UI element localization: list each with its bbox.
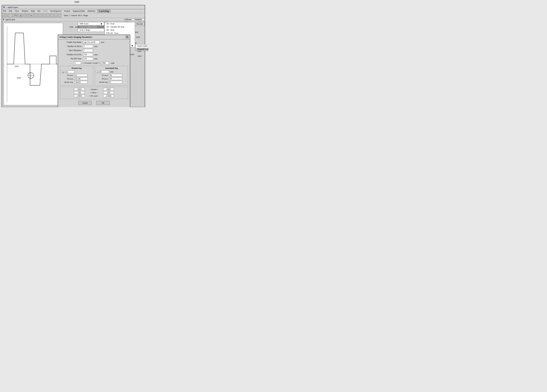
- assoc-tr-row: TR (ms):: [96, 77, 127, 80]
- dialog-title: Setting Combo Imaging Parameters: [59, 36, 92, 38]
- toolbar-btn-grid6[interactable]: [54, 14, 57, 17]
- samples-left-input[interactable]: [74, 88, 85, 91]
- app-icon: ⚙: [3, 6, 5, 9]
- rescale-label: Rescale:: [137, 23, 143, 25]
- menu-2d-scan[interactable]: 2D - Scan: [105, 22, 135, 25]
- seq-container: Present Seq TE (ms): TR (ms): 180 RF Fli…: [60, 66, 128, 86]
- assoc-tr-label: TR (ms):: [96, 78, 109, 80]
- ro-label: = RO_mult =: [86, 95, 102, 97]
- levels-right-input[interactable]: [101, 62, 109, 65]
- menu-3d-scan[interactable]: 3D - Scan: [105, 28, 135, 32]
- assoc-seq-name-row: 1060: [96, 71, 127, 73]
- offset-row: = Offset =: [62, 91, 126, 94]
- ro-right-input[interactable]: [103, 94, 114, 97]
- toolbar-btn-grid5[interactable]: [50, 14, 53, 17]
- rfa-label: Rf/A: [78, 14, 82, 17]
- assoc-te-input[interactable]: [109, 74, 122, 77]
- samples-row: = Samples =: [62, 88, 126, 91]
- tailor-label: Tailor: [64, 14, 68, 17]
- toolbar-btn-save[interactable]: 💾: [13, 14, 18, 17]
- dialog-close-btn[interactable]: ✕: [126, 36, 129, 39]
- menu-file[interactable]: File: [3, 10, 7, 13]
- samples-right-input[interactable]: [103, 88, 114, 91]
- toolbar-btn-open[interactable]: 📂: [8, 14, 13, 17]
- ro-left-input[interactable]: [74, 94, 85, 97]
- file-label: zgei2cr.gwa: [6, 18, 15, 21]
- present-seq-panel: Present Seq TE (ms): TR (ms): 180 RF Fli…: [60, 66, 93, 86]
- offset-right-input[interactable]: [103, 91, 114, 94]
- slice-thickness-input[interactable]: [83, 49, 93, 52]
- deltaon-row: DeltaOn: [135, 18, 144, 21]
- present-seq-title: Present Seq: [61, 67, 92, 69]
- menu-seqtailor[interactable]: SequenceTailor: [72, 10, 85, 13]
- menu-pen[interactable]: Pen: [37, 10, 41, 13]
- menu-scansettings[interactable]: ScanSettings: [97, 10, 110, 13]
- toolbar-btn-grid7[interactable]: [58, 14, 61, 17]
- present-te-label: TE (ms):: [61, 74, 74, 76]
- ref-1052: 1052: [14, 65, 19, 68]
- menu-deltasize[interactable]: DeltaSize: [87, 10, 96, 13]
- menu-scan-shape[interactable]: Scan a Shape: [78, 28, 104, 32]
- present-tr-input[interactable]: [74, 77, 88, 80]
- pe-dft-label: PE DFT Size:: [60, 58, 83, 60]
- menu-fse-2d[interactable]: FSE 2D - Scan: [105, 32, 135, 35]
- present-rf-row: 180 RF Flip:: [61, 81, 92, 84]
- menu-help[interactable]: Help: [30, 10, 35, 13]
- cancel-button[interactable]: Cancel: [78, 101, 91, 105]
- assoc-rf-label: 180 RF Flip:: [96, 81, 109, 83]
- assoc-te-row: TE (ms):: [96, 74, 127, 77]
- menu-dynamic-combo[interactable]: DynamicCombo: [136, 48, 148, 51]
- menu-scratch[interactable]: Scratch: [64, 10, 71, 13]
- menu-newseq[interactable]: NewSequence: [50, 10, 62, 13]
- assoc-tr-input[interactable]: [109, 77, 122, 80]
- calibrate-checkbox[interactable]: [132, 19, 134, 20]
- slice-thickness-label: Slice Thickness:: [60, 49, 83, 52]
- slice-thickness-row: Slice Thickness:: [60, 49, 128, 52]
- toolbar-btn-grid2[interactable]: [38, 14, 41, 17]
- toolbar-btn-print[interactable]: 🖨: [19, 14, 23, 17]
- menu-window[interactable]: Window: [21, 10, 29, 13]
- levels-left-input[interactable]: [74, 62, 81, 65]
- menu-view[interactable]: View: [14, 10, 20, 13]
- ref-1058: 1058: [16, 77, 21, 79]
- present-tr-label: TR (ms):: [61, 78, 74, 80]
- toolbar-btn-grid3[interactable]: [42, 14, 46, 17]
- toolbar-btn-edit[interactable]: ✏: [29, 14, 34, 17]
- waveform-svg: [4, 23, 63, 105]
- pe-dft-input[interactable]: [83, 57, 93, 60]
- assoc-seq-name-input[interactable]: [96, 71, 109, 73]
- assoc-seq-title: Associated Seq: [96, 67, 127, 69]
- toolbar-btn-grid4[interactable]: [46, 14, 49, 17]
- menu-mri-scans[interactable]: MRI Scans: [78, 22, 104, 25]
- menu-2d-var-tr[interactable]: 2D - Variable TR Scan: [105, 25, 135, 28]
- assoc-rf-input[interactable]: [109, 81, 122, 84]
- ok-button[interactable]: OK: [96, 101, 110, 105]
- num-slices-input[interactable]: [83, 45, 93, 48]
- menu-edit[interactable]: Edit: [8, 10, 13, 13]
- toolbar-btn-new[interactable]: □: [3, 14, 7, 17]
- deltaon-label: DeltaOn: [135, 18, 142, 21]
- dialog-buttons: Cancel OK: [60, 101, 128, 106]
- offset-left-input[interactable]: [74, 91, 85, 94]
- present-rf-input[interactable]: [74, 81, 88, 84]
- combo-seq-name-input[interactable]: [83, 41, 100, 44]
- ref-1060: 1060: [110, 71, 113, 73]
- present-seq-name-input[interactable]: [61, 71, 74, 73]
- present-te-row: TE (ms):: [61, 74, 92, 77]
- shape-label: Shape: [83, 14, 88, 17]
- ref-1062: 1062: [94, 46, 98, 47]
- samples-label: = Samples =: [86, 88, 102, 90]
- present-rf-label: 180 RF Flip:: [61, 81, 74, 83]
- menu-arrow[interactable]: <==>: [42, 10, 48, 13]
- num-levels-row: Number of Levels: 1064: [60, 53, 128, 56]
- assoc-rf-row: 180 RF Flip:: [96, 81, 127, 84]
- menu-static-combo[interactable]: StaticCombo: [136, 45, 148, 48]
- menu-scan-gradient[interactable]: Scan a Gradient Wave: [78, 25, 104, 28]
- toolbar-btn-help[interactable]: ?: [24, 14, 28, 17]
- present-te-input[interactable]: [74, 74, 88, 77]
- num-slices-label: Number of Slices:: [60, 45, 83, 48]
- deltaon-checkbox[interactable]: [142, 19, 144, 20]
- dialog-box: Setting Combo Imaging Parameters ✕ Combo…: [58, 35, 130, 107]
- num-levels-input[interactable]: [83, 53, 93, 56]
- toolbar-btn-grid1[interactable]: [34, 14, 38, 17]
